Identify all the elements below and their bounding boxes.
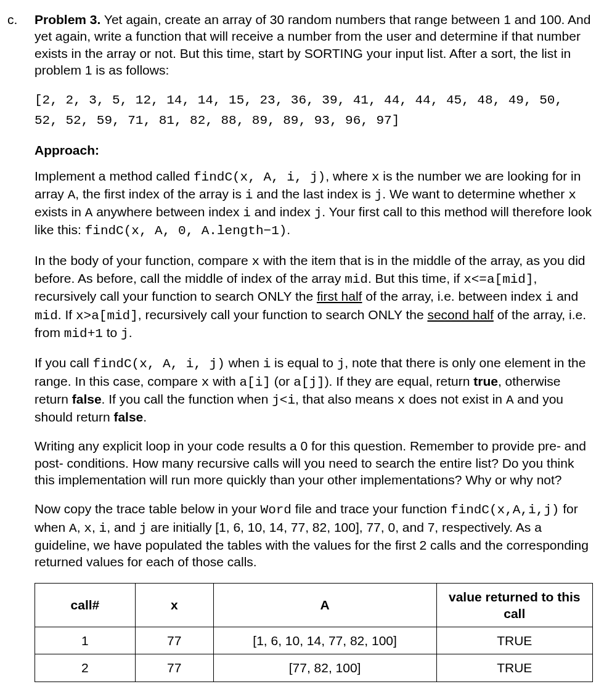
problem-content: Problem 3. Yet again, create an array of… bbox=[35, 11, 593, 682]
approach-p3: If you call findC(x, A, i, j) when i is … bbox=[35, 354, 593, 425]
table-row: 2 77 [77, 82, 100] TRUE bbox=[35, 654, 593, 682]
th-ret: value returned to this call bbox=[436, 583, 592, 627]
intro-paragraph: Problem 3. Yet again, create an array of… bbox=[35, 11, 593, 78]
th-a: A bbox=[213, 583, 436, 627]
sorted-array-block: [2, 2, 3, 5, 12, 14, 14, 15, 23, 36, 39,… bbox=[35, 91, 593, 131]
list-letter: c. bbox=[7, 11, 35, 28]
approach-p5: Now copy the trace table below in your W… bbox=[35, 500, 593, 570]
approach-p2: In the body of your function, compare x … bbox=[35, 252, 593, 342]
approach-p4: Writing any explicit loop in your code r… bbox=[35, 437, 593, 488]
problem-block: c. Problem 3. Yet again, create an array… bbox=[7, 11, 593, 682]
table-header-row: call# x A value returned to this call bbox=[35, 583, 593, 627]
intro-text: Yet again, create an array of 30 random … bbox=[35, 12, 590, 77]
problem-title: Problem 3. bbox=[35, 12, 100, 26]
table-row: 1 77 [1, 6, 10, 14, 77, 82, 100] TRUE bbox=[35, 627, 593, 654]
approach-heading: Approach: bbox=[35, 142, 593, 158]
approach-p1: Implement a method called findC(x, A, i,… bbox=[35, 168, 593, 240]
th-x: x bbox=[135, 583, 213, 627]
trace-table: call# x A value returned to this call 1 … bbox=[35, 583, 593, 682]
th-call: call# bbox=[35, 583, 136, 627]
